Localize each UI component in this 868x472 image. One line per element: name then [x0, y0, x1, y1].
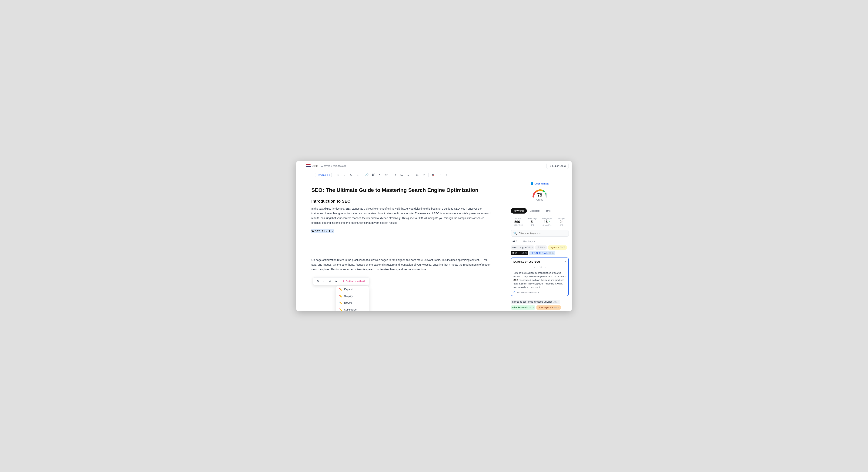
ai-summarize-item[interactable]: ✏️ Summarize [336, 306, 369, 311]
flag-icon [306, 164, 311, 167]
simplify-icon: ✏️ [339, 295, 342, 298]
download-icon: ⬇ [549, 164, 551, 167]
strikethrough-button[interactable]: S [355, 172, 360, 178]
example-next-button[interactable]: › [545, 265, 546, 270]
float-italic-button[interactable]: I [321, 279, 327, 284]
doc-title: SEO [312, 164, 318, 167]
rewrite-icon: ✏️ [339, 302, 342, 305]
bold-button[interactable]: B [336, 172, 341, 178]
what-is-seo-heading-wrap: What is SEO? [311, 229, 493, 233]
tab-keywords[interactable]: Keywords [511, 208, 527, 214]
kw-tab-all[interactable]: All 32 [511, 239, 520, 244]
divider5 [428, 173, 429, 177]
tag-other-keywords-2[interactable]: other keywords 3/6-15 [536, 306, 561, 310]
example-nav: ‹ 1/14 › [514, 265, 566, 270]
summarize-icon: ✏️ [339, 308, 342, 311]
tag-other-keywords-1[interactable]: other keywords 3/6-15 [511, 306, 535, 310]
tab-assistant[interactable]: Assistant [528, 208, 543, 214]
italic-button[interactable]: I [342, 172, 347, 178]
heading-select[interactable]: Heading 1 ▾ [315, 172, 332, 177]
clear-format-button[interactable]: T [430, 172, 436, 178]
link-button[interactable]: 🔗 [364, 172, 369, 178]
example-source: G developers.google.com [514, 291, 566, 293]
superscript-button[interactable]: x² [421, 172, 427, 178]
back-button[interactable]: ← [299, 163, 304, 169]
format-toolbar: Heading 1 ▾ B I U S 🔗 🖼 ❝ </> ≡ 123 x₂ x… [296, 171, 572, 179]
list-ordered-button[interactable]: 123 [399, 172, 404, 178]
example-header: EXAMPLE OF USE (1/14) × [514, 260, 566, 263]
export-button[interactable]: ⬇ Export .docx [546, 163, 569, 169]
tag-seo[interactable]: SEO ··· 7/4-26 [511, 251, 528, 255]
tag-keywords[interactable]: keywords 3/6-15 [548, 245, 567, 250]
saved-status: ☁ saved 6 minutes ago [320, 164, 346, 167]
svg-text:T: T [432, 174, 433, 176]
code-button[interactable]: </> [383, 172, 389, 178]
nav-count: 1/14 [537, 266, 542, 269]
stat-headings: Headings 5 ↑ 3-18 [525, 217, 540, 227]
example-text: ...me of the practices as manipulation o… [514, 271, 566, 289]
ai-rewrite-item[interactable]: ✏️ Rewrite [336, 300, 369, 306]
chevron-down-icon: ▾ [329, 174, 330, 177]
stats-row: Words 566 ↑ 600 - 1240 Headings 5 ↑ 3-18 [508, 215, 572, 228]
svg-point-11 [407, 176, 407, 176]
editor[interactable]: SEO: The Ultimate Guide to Mastering Sea… [296, 179, 507, 311]
stat-images: Images 2 ↑ 3-18 [554, 217, 569, 227]
list-unordered-button[interactable] [405, 172, 411, 178]
google-icon: G [514, 291, 516, 293]
ai-simplify-item[interactable]: ✏️ Simplify [336, 293, 369, 300]
document-title: SEO: The Ultimate Guide to Mastering Sea… [311, 187, 493, 194]
seo-dots: ··· [518, 252, 520, 254]
svg-point-10 [407, 175, 407, 175]
filter-input-wrap: 🔍 [511, 230, 569, 237]
ai-expand-item[interactable]: ✏️ Expand [336, 286, 369, 293]
main-area: SEO: The Ultimate Guide to Mastering Sea… [296, 179, 572, 311]
words-arrow: ↑ [521, 221, 522, 223]
sidebar-tabs: Keywords Assistant Brief [508, 206, 572, 215]
align-button[interactable]: ≡ [393, 172, 398, 178]
example-prev-button[interactable]: ‹ [534, 265, 535, 270]
stat-words: Words 566 ↑ 600 - 1240 [511, 217, 525, 227]
float-redo-button[interactable]: ↪ [333, 279, 339, 284]
gauge-container: 79 [531, 187, 548, 198]
keyword-tabs: All 32 Headings 4 [508, 238, 572, 245]
toolbar-left: ← SEO ☁ saved 6 minutes ago [299, 163, 544, 169]
tag-search-engine[interactable]: search engine 7/4-26 [511, 245, 534, 250]
float-undo-button[interactable]: ↩ [327, 279, 333, 284]
selected-heading-text: What is SEO? [311, 229, 334, 233]
svg-point-15 [544, 192, 546, 193]
images-arrow: ↑ [562, 221, 563, 223]
tag-how-to-seo[interactable]: how to do seo in this awesome universe 7… [511, 300, 560, 304]
cloud-icon: ☁ [320, 164, 323, 167]
subscript-button[interactable]: x₂ [415, 172, 420, 178]
blockquote-button[interactable]: ❝ [377, 172, 382, 178]
example-close-button[interactable]: × [564, 260, 566, 263]
example-box: EXAMPLE OF USE (1/14) × ‹ 1/14 › ...me o… [511, 257, 569, 296]
filter-area: 🔍 [508, 228, 572, 238]
svg-point-9 [407, 174, 407, 174]
expand-icon: ✏️ [339, 288, 342, 291]
intro-heading: Introduction to SEO [311, 199, 493, 204]
tags-row-1: search engine 7/4-26 h3 7/4-26 keywords … [508, 245, 572, 250]
tag-h3[interactable]: h3 7/4-26 [535, 245, 547, 250]
filter-input[interactable] [519, 232, 566, 235]
redo-button[interactable]: ↪ [443, 172, 448, 178]
float-bold-button[interactable]: B [315, 279, 320, 284]
gauge-score: 79 [537, 192, 542, 198]
gauge-label: Ottimo [536, 198, 543, 201]
book-icon: 📘 [530, 182, 533, 185]
underline-button[interactable]: U [348, 172, 354, 178]
divider [334, 173, 334, 177]
tab-brief[interactable]: Brief [544, 208, 554, 214]
undo-button[interactable]: ↩ [437, 172, 442, 178]
tags-row-2: SEO ··· 7/4-26 SEO/SEM Guide 3/6-15 [508, 250, 572, 256]
divider3 [391, 173, 391, 177]
tag-seo-sem-guide[interactable]: SEO/SEM Guide 3/6-15 [529, 251, 555, 255]
sparkle-icon: ✦ [342, 280, 345, 283]
tags-row-3: how to do seo in this awesome universe 7… [508, 299, 572, 305]
kw-tab-headings[interactable]: Headings 4 [522, 239, 537, 244]
svg-text:3: 3 [400, 175, 401, 176]
body-paragraph: On-page optimization refers to the pract… [311, 258, 493, 272]
image-button[interactable]: 🖼 [371, 172, 376, 178]
optimize-ai-button[interactable]: ✦ Optimize with AI [340, 279, 367, 283]
tags-row-4: other keywords 3/6-15 other keywords 3/6… [508, 305, 572, 310]
